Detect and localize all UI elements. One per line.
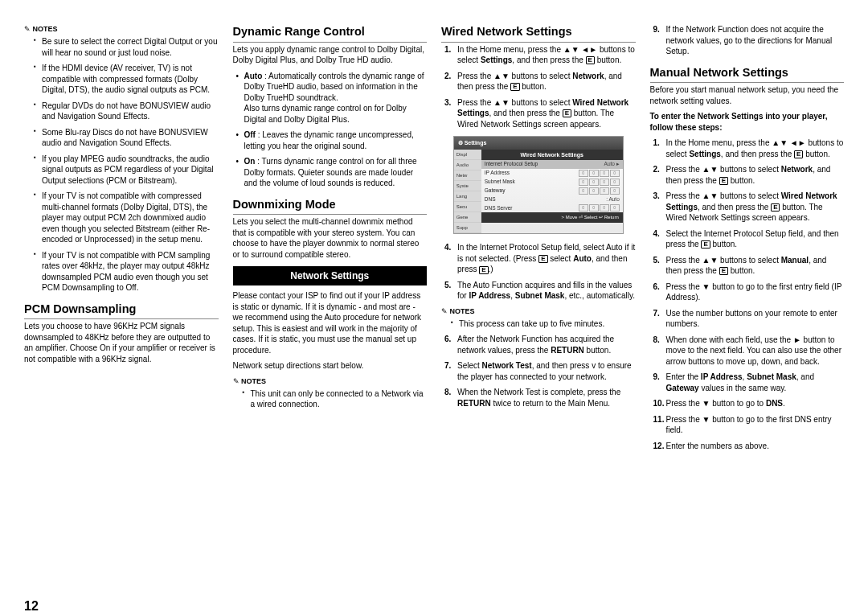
step-item: After the Network Function has acquired … (444, 334, 636, 355)
osd-panel-title: Wired Network Settings (481, 150, 623, 160)
step-item: Select the Internet Protocol Setup field… (653, 228, 845, 250)
enter-icon: E (479, 266, 488, 274)
manual-steps: In the Home menu, press the ▲▼ ◄► button… (650, 138, 845, 451)
drc-list: AutoAuto : Automatically controls the dy… (233, 71, 428, 189)
step-item: In the Internet Protocol Setup field, se… (444, 242, 636, 275)
step-item: Press the ▼ button to go to the first DN… (653, 414, 845, 436)
note-item: Some Blu-ray Discs do not have BONUSVIEW… (34, 127, 219, 149)
step-item: When done with each field, use the ► but… (653, 335, 845, 368)
step-item: The Auto Function acquires and fills in … (444, 280, 636, 302)
step-item: In the Home menu, press the ▲▼ ◄► button… (444, 44, 636, 66)
wired-steps-c: After the Network Function has acquired … (441, 334, 636, 409)
heading-downmixing: Downmixing Mode (233, 197, 428, 216)
step-item: Press the ▲▼ buttons to select Network, … (653, 164, 845, 186)
notes-list-2: This unit can only be connected to a Net… (233, 388, 428, 410)
osd-title-bar: Settings (454, 137, 623, 149)
heading-drc: Dynamic Range Control (233, 24, 428, 43)
enter-icon: E (510, 83, 519, 91)
mns-bold-intro: To enter the Network Settings into your … (650, 111, 845, 133)
drc-item: Off : Leaves the dynamic range uncompres… (236, 129, 428, 151)
enter-icon: E (794, 150, 803, 158)
step-item: Press the ▲▼ buttons to select Wired Net… (653, 191, 845, 224)
step-item: Press the ▼ button to go to DNS. (653, 398, 845, 409)
wired-steps-d: If the Network Function does not acquire… (650, 24, 845, 57)
note-item: If you play MPEG audio soundtracks, the … (34, 154, 219, 187)
dm-body: Lets you select the multi-channel downmi… (233, 216, 428, 260)
enter-icon: E (719, 267, 728, 275)
note-item: If your TV is not compatible with compre… (34, 191, 219, 245)
osd-footer: > Move ⏎ Select ↩ Return (481, 212, 623, 222)
note-item: Be sure to select the correct Digital Ou… (34, 36, 219, 58)
note-item: Regular DVDs do not have BONUSVIEW audio… (34, 101, 219, 122)
note-item: This unit can only be connected to a Net… (243, 388, 428, 410)
drc-body: Lets you apply dynamic range control to … (233, 44, 428, 66)
wired-steps-a: In the Home menu, press the ▲▼ ◄► button… (441, 44, 636, 130)
notes-heading: Notes (441, 306, 636, 316)
mns-intro: Before you start manual network setup, y… (650, 84, 845, 106)
heading-manual-network: Manual Network Settings (650, 65, 845, 84)
note-item: If your TV is not compatible with PCM sa… (34, 250, 219, 294)
ns-body1: Please contact your ISP to find out if y… (233, 290, 428, 355)
notes-heading: Notes (233, 376, 428, 386)
note-item: If the HDMI device (AV receiver, TV) is … (34, 63, 219, 96)
enter-icon: E (771, 203, 780, 212)
enter-icon: E (538, 255, 547, 263)
enter-icon: E (586, 56, 595, 64)
step-item: Select Network Test, and then press v to… (444, 360, 636, 382)
heading-wired-network: Wired Network Settings (441, 24, 636, 43)
step-item: If the Network Function does not acquire… (653, 24, 845, 57)
step-item: Press the ▼ button to go to the first en… (653, 281, 845, 303)
step-item: Use the number buttons on your remote to… (653, 308, 845, 330)
enter-icon: E (719, 177, 728, 185)
notes-list-1: Be sure to select the correct Digital Ou… (24, 36, 219, 294)
notes-list-3: This process can take up to five minutes… (441, 318, 636, 330)
step-item: Press the ▲▼ buttons to select Manual, a… (653, 255, 845, 277)
enter-icon: E (701, 240, 710, 248)
drc-item: AutoAuto : Automatically controls the dy… (236, 71, 428, 125)
wired-steps-b: In the Internet Protocol Setup field, se… (441, 242, 636, 302)
notes-heading: Notes (24, 24, 219, 34)
enter-icon: E (563, 109, 571, 117)
step-item: Press the ▲▼ buttons to select Wired Net… (444, 97, 636, 130)
pcm-body: Lets you choose to have 96KHz PCM signal… (24, 321, 219, 364)
step-item: In the Home menu, press the ▲▼ ◄► button… (653, 138, 845, 159)
step-item: Enter the numbers as above. (653, 441, 845, 452)
heading-pcm-downsampling: PCM Downsampling (24, 302, 219, 320)
osd-screenshot: Settings DisplAudioNetwSysteLangSecuGene… (453, 136, 624, 234)
osd-sidebar: DisplAudioNetwSysteLangSecuGeneSupp (454, 150, 481, 234)
step-item: Press the ▲▼ buttons to select Network, … (444, 71, 636, 92)
step-item: Enter the IP Address, Subnet Mask, and G… (653, 372, 845, 393)
drc-item: On : Turns dynamic range control on for … (236, 156, 428, 189)
note-item: This process can take up to five minutes… (451, 318, 636, 330)
ns-body2: Network setup directions start below. (233, 360, 428, 372)
page-number: 12 (24, 599, 39, 612)
section-bar-network-settings: Network Settings (233, 266, 428, 285)
step-item: When the Network Test is complete, press… (444, 387, 636, 409)
